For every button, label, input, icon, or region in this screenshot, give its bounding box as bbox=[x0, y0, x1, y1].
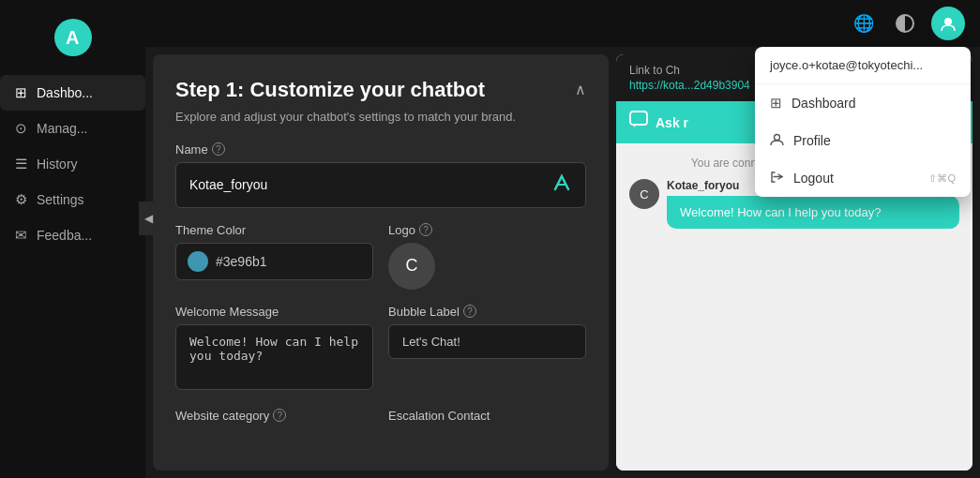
chat-bubble-icon bbox=[629, 111, 648, 134]
message-bubble-row: Welcome Message Welcome! How can I help … bbox=[175, 305, 586, 394]
settings-icon: ⚙ bbox=[15, 191, 27, 208]
dropdown-item-logout[interactable]: Logout ⇧⌘Q bbox=[755, 159, 971, 197]
color-value: #3e96b1 bbox=[216, 254, 267, 269]
app-logo[interactable]: A bbox=[54, 19, 92, 56]
dropdown-item-profile[interactable]: Profile bbox=[755, 122, 971, 159]
welcome-message-input[interactable]: Welcome! How can I help you today? bbox=[175, 324, 373, 390]
sidebar-item-label: Manag... bbox=[37, 121, 87, 136]
dropdown-logout-label: Logout bbox=[793, 171, 834, 186]
collapse-button[interactable]: ∧ bbox=[575, 81, 586, 98]
theme-toggle-button[interactable] bbox=[890, 8, 920, 38]
topbar: 🌐 bbox=[145, 0, 980, 47]
welcome-message-label: Welcome Message bbox=[175, 305, 373, 319]
dropdown-logout-shortcut: ⇧⌘Q bbox=[928, 172, 956, 185]
theme-color-label: Theme Color bbox=[175, 223, 373, 237]
color-logo-row: Theme Color #3e96b1 Logo ? C bbox=[175, 223, 586, 290]
kotae-brand-icon bbox=[551, 172, 572, 198]
chat-preview-title: Ask r bbox=[656, 115, 688, 130]
logo-help-icon[interactable]: ? bbox=[419, 223, 432, 236]
bubble-help-icon[interactable]: ? bbox=[463, 305, 476, 318]
step-subtitle: Explore and adjust your chatbot's settin… bbox=[175, 110, 516, 124]
sidebar-item-label: Settings bbox=[37, 192, 84, 207]
sidebar-item-label: Dashbo... bbox=[37, 85, 93, 100]
bubble-label-section: Bubble Label ? bbox=[388, 305, 586, 394]
name-help-icon[interactable]: ? bbox=[212, 142, 225, 156]
preview-link-url[interactable]: https://kota...2d49b3904 bbox=[629, 79, 750, 92]
sidebar-item-feedback[interactable]: ✉ Feedba... bbox=[0, 217, 145, 253]
name-input[interactable]: Kotae_foryou bbox=[175, 162, 586, 208]
svg-text:A: A bbox=[66, 27, 79, 48]
sidebar: A ⊞ Dashbo... ⊙ Manag... ☰ History ⚙ Set… bbox=[0, 0, 145, 478]
bubble-input[interactable] bbox=[388, 324, 586, 359]
user-dropdown-menu: joyce.o+kotae@tokyotechi... ⊞ Dashboard … bbox=[755, 47, 971, 197]
website-escalation-row: Website category ? Escalation Contact bbox=[175, 409, 586, 428]
dropdown-dashboard-icon: ⊞ bbox=[770, 95, 782, 112]
step-title: Step 1: Customize your chatbot bbox=[175, 77, 516, 104]
sidebar-item-settings[interactable]: ⚙ Settings bbox=[0, 182, 145, 217]
step-panel: Step 1: Customize your chatbot Explore a… bbox=[153, 54, 609, 471]
welcome-message-section: Welcome Message Welcome! How can I help … bbox=[175, 305, 373, 394]
sidebar-item-label: Feedba... bbox=[37, 228, 92, 243]
escalation-contact-label: Escalation Contact bbox=[388, 409, 586, 423]
svg-point-3 bbox=[944, 18, 952, 25]
logo-label: Logo ? bbox=[388, 223, 586, 237]
svg-rect-4 bbox=[630, 112, 647, 125]
feedback-icon: ✉ bbox=[15, 227, 27, 244]
sidebar-toggle[interactable]: ◀ bbox=[139, 202, 158, 235]
name-label: Name ? bbox=[175, 142, 586, 157]
website-category-help-icon[interactable]: ? bbox=[273, 409, 286, 422]
globe-button[interactable]: 🌐 bbox=[849, 8, 879, 38]
name-section: Name ? Kotae_foryou bbox=[175, 142, 586, 208]
sidebar-item-manage[interactable]: ⊙ Manag... bbox=[0, 111, 145, 146]
dropdown-item-dashboard[interactable]: ⊞ Dashboard bbox=[755, 84, 971, 122]
svg-point-5 bbox=[775, 135, 780, 141]
theme-color-input[interactable]: #3e96b1 bbox=[175, 243, 373, 280]
user-avatar-button[interactable] bbox=[931, 7, 965, 40]
theme-color-section: Theme Color #3e96b1 bbox=[175, 223, 373, 290]
bot-avatar: C bbox=[629, 179, 659, 209]
website-category-label: Website category ? bbox=[175, 409, 373, 423]
bot-welcome-bubble: Welcome! How can I help you today? bbox=[667, 196, 959, 229]
dropdown-email: joyce.o+kotae@tokyotechi... bbox=[755, 47, 971, 84]
step-header: Step 1: Customize your chatbot Explore a… bbox=[175, 77, 586, 124]
dropdown-dashboard-label: Dashboard bbox=[792, 96, 856, 111]
history-icon: ☰ bbox=[15, 156, 27, 172]
dropdown-profile-label: Profile bbox=[793, 133, 831, 148]
sidebar-item-label: History bbox=[37, 157, 78, 172]
bubble-label-label: Bubble Label ? bbox=[388, 305, 586, 319]
color-swatch bbox=[188, 251, 208, 272]
logo-input[interactable]: C bbox=[388, 243, 435, 290]
sidebar-item-dashboard[interactable]: ⊞ Dashbo... bbox=[0, 75, 145, 111]
dropdown-logout-icon bbox=[770, 170, 784, 187]
sidebar-item-history[interactable]: ☰ History bbox=[0, 146, 145, 182]
dropdown-profile-icon bbox=[770, 132, 784, 149]
manage-icon: ⊙ bbox=[15, 120, 27, 137]
logo-section: Logo ? C bbox=[388, 223, 586, 290]
dashboard-icon: ⊞ bbox=[15, 84, 27, 101]
